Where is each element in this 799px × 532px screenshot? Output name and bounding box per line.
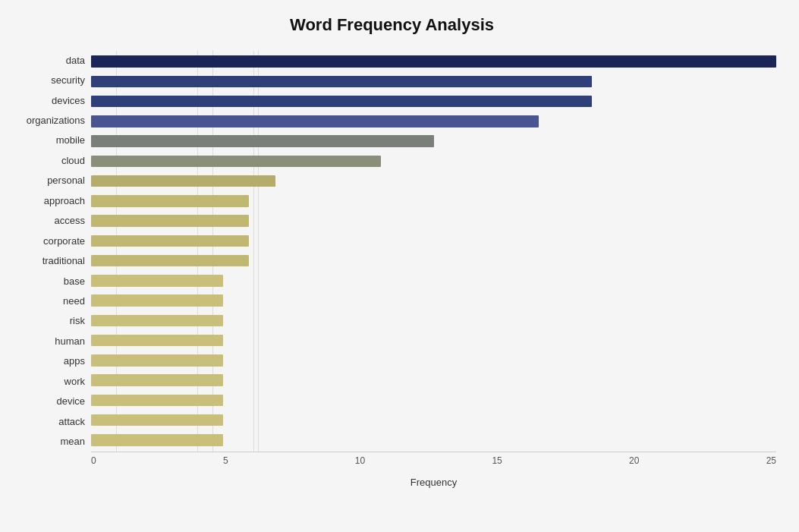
bar: [91, 115, 539, 127]
bar-row: [91, 52, 776, 71]
bar: [91, 315, 223, 327]
bars-and-xaxis: 0510152025 Frequency: [91, 50, 776, 476]
bar-row: [91, 231, 776, 250]
y-label: devices: [52, 96, 85, 105]
chart-area: datasecuritydevicesorganizationsmobilecl…: [8, 50, 776, 476]
bars-wrapper: [91, 50, 776, 452]
bar-row: [91, 92, 776, 112]
x-tick: 25: [766, 455, 776, 466]
bar: [91, 76, 592, 88]
bar: [91, 235, 249, 247]
bar: [91, 275, 223, 287]
bar-row: [91, 71, 776, 91]
y-label: apps: [64, 356, 85, 366]
y-label: mean: [60, 436, 85, 446]
bar-row: [91, 172, 776, 191]
bar-row: [91, 251, 776, 271]
y-label: need: [63, 296, 85, 306]
y-label: attack: [58, 417, 85, 427]
bar-row: [91, 331, 776, 351]
bar-row: [91, 370, 776, 390]
bar: [91, 215, 249, 227]
bar-row: [91, 310, 776, 330]
chart-container: Word Frequency Analysis datasecuritydevi…: [0, 0, 799, 532]
bar-row: [91, 211, 776, 231]
x-ticks: 0510152025: [91, 455, 776, 466]
bar-row: [91, 351, 776, 370]
y-label: human: [55, 336, 85, 346]
bar: [91, 156, 381, 168]
y-label: personal: [47, 175, 85, 185]
bar: [91, 195, 249, 207]
bar-row: [91, 191, 776, 211]
bar: [91, 374, 223, 386]
bar: [91, 255, 249, 267]
y-label: corporate: [43, 236, 85, 246]
x-axis: 0510152025 Frequency: [91, 452, 776, 476]
y-label: base: [64, 276, 85, 286]
y-label: security: [51, 75, 85, 85]
y-label: organizations: [27, 115, 85, 125]
x-tick: 20: [629, 455, 639, 466]
y-label: work: [64, 376, 85, 386]
x-tick: 5: [223, 455, 228, 466]
bar-row: [91, 291, 776, 310]
x-axis-label: Frequency: [91, 477, 776, 488]
bar-row: [91, 430, 776, 450]
bar-row: [91, 112, 776, 131]
x-tick: 0: [91, 455, 96, 466]
bar-row: [91, 271, 776, 291]
bar-row: [91, 390, 776, 410]
y-label: approach: [44, 196, 85, 206]
bars-area: [91, 50, 776, 452]
bar: [91, 434, 223, 446]
bar: [91, 55, 776, 68]
y-label: data: [66, 55, 85, 65]
y-labels: datasecuritydevicesorganizationsmobilecl…: [8, 50, 91, 476]
bar-row: [91, 411, 776, 430]
x-tick: 15: [492, 455, 502, 466]
bar: [91, 335, 223, 347]
bar: [91, 135, 434, 147]
chart-title: Word Frequency Analysis: [8, 15, 776, 35]
y-label: cloud: [61, 156, 85, 165]
bar: [91, 175, 275, 187]
bar: [91, 96, 592, 108]
y-label: device: [56, 396, 85, 406]
y-label: mobile: [56, 135, 85, 145]
x-tick: 10: [355, 455, 365, 466]
bar-row: [91, 151, 776, 171]
bar: [91, 414, 223, 427]
bar-row: [91, 131, 776, 151]
y-label: traditional: [42, 256, 85, 266]
bar: [91, 395, 223, 407]
bar: [91, 294, 223, 307]
y-label: risk: [70, 316, 85, 326]
bar: [91, 354, 223, 367]
y-label: access: [55, 216, 85, 225]
